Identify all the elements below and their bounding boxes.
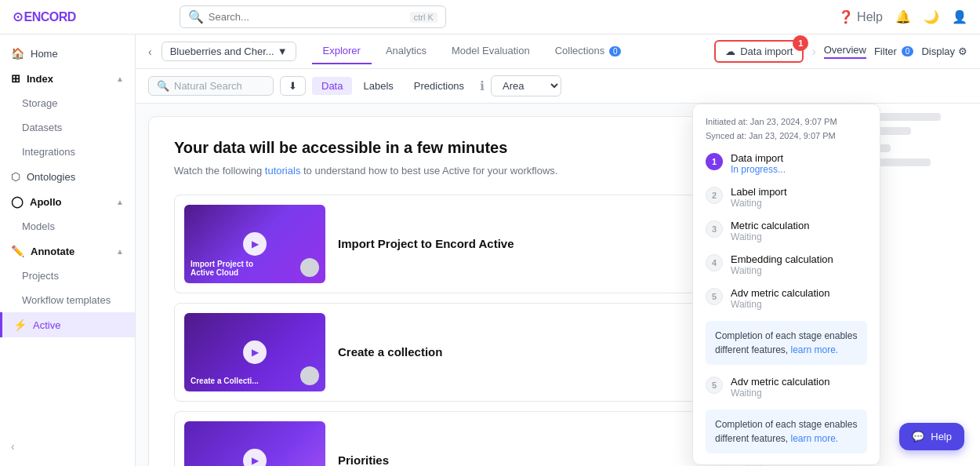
step-2-number: 2 — [706, 187, 723, 204]
sidebar-item-datasets[interactable]: Datasets — [0, 115, 135, 140]
video-play-import[interactable]: ▶ — [243, 232, 267, 256]
sidebar-apollo-label: Apollo — [30, 196, 61, 208]
learn-more-link-2[interactable]: learn more. — [791, 433, 839, 444]
explorer-panel: Your data will be accessible in a few mi… — [136, 104, 760, 466]
info-icon[interactable]: ℹ — [480, 78, 485, 93]
step-2-status: Waiting — [731, 198, 867, 209]
video-avatar-collection — [300, 366, 319, 385]
sidebar-integrations-label: Integrations — [22, 146, 75, 158]
sidebar-item-storage[interactable]: Storage — [0, 91, 135, 115]
filter-tab-predictions[interactable]: Predictions — [405, 77, 474, 95]
project-selector-chevron-icon: ▼ — [278, 46, 288, 57]
help-link[interactable]: ❓ Help — [838, 9, 883, 24]
tutorials-link[interactable]: tutorials — [265, 165, 301, 177]
overview-button[interactable]: Overview — [824, 44, 866, 59]
user-avatar-icon[interactable]: 👤 — [952, 9, 967, 24]
tab-explorer[interactable]: Explorer — [312, 38, 372, 64]
video-title-import: Import Project to Encord Active — [338, 237, 514, 250]
theme-toggle-icon[interactable]: 🌙 — [924, 9, 939, 24]
sidebar-section-index[interactable]: ⊞ Index ▲ — [0, 66, 135, 91]
video-card-import[interactable]: Import Project toActive Cloud ▶ Import P… — [174, 195, 722, 293]
search-bar[interactable]: 🔍 ctrl K — [180, 5, 446, 28]
search-input[interactable] — [209, 11, 405, 23]
help-button[interactable]: 💬 Help — [899, 423, 964, 450]
video-play-priorities[interactable]: ▶ — [243, 449, 267, 467]
area-select[interactable]: Area — [491, 75, 561, 96]
header-more-icon[interactable]: › — [811, 45, 815, 59]
step-5b-title: Adv metric calculation — [731, 376, 867, 388]
notification-badge: 1 — [793, 35, 808, 51]
synced-at: Synced at: Jan 23, 2024, 9:07 PM — [706, 129, 867, 144]
step-5b-number: 5 — [706, 377, 723, 394]
step-4-title: Embedding calculation — [731, 253, 867, 265]
sidebar-collapse-icon[interactable]: ‹ — [11, 440, 15, 453]
filter-button[interactable]: Filter 0 — [874, 46, 913, 57]
tab-analytics[interactable]: Analytics — [375, 38, 437, 64]
step-4-number: 4 — [706, 254, 723, 271]
step-5b: 5 Adv metric calculation Waiting — [706, 376, 867, 399]
sidebar-item-active[interactable]: ⚡ Active — [0, 312, 135, 337]
apollo-icon: ◯ — [11, 195, 24, 208]
step-2-title: Label import — [731, 186, 867, 198]
project-name: Blueberries and Cher... — [170, 46, 274, 57]
sidebar: 🏠 Home ⊞ Index ▲ Storage Datasets Integr… — [0, 35, 136, 466]
sidebar-item-home[interactable]: 🏠 Home — [0, 41, 135, 66]
tab-collections[interactable]: Collections 0 — [544, 38, 633, 64]
project-selector[interactable]: Blueberries and Cher... ▼ — [162, 42, 296, 61]
step-1-number: 1 — [706, 153, 723, 170]
step-3: 3 Metric calculation Waiting — [706, 220, 867, 242]
display-button[interactable]: Display ⚙ — [921, 46, 967, 57]
video-label-import: Import Project toActive Cloud — [191, 260, 253, 277]
sidebar-models-label: Models — [22, 220, 55, 232]
step-1-info: Data import In progress... — [731, 152, 867, 175]
sidebar-item-workflow-templates[interactable]: Workflow templates — [0, 288, 135, 312]
welcome-title: Your data will be accessible in a few mi… — [174, 139, 722, 157]
sidebar-item-ontologies[interactable]: ⬡ Ontologies — [0, 164, 135, 189]
sidebar-item-integrations[interactable]: Integrations — [0, 140, 135, 164]
video-info-collection: Create a collection — [338, 345, 442, 359]
video-thumb-import: Import Project toActive Cloud ▶ — [184, 205, 325, 283]
natural-search-input[interactable]: 🔍 Natural Search — [148, 76, 274, 96]
apollo-collapse-icon: ▲ — [116, 198, 124, 206]
annotate-icon: ✏️ — [11, 245, 24, 257]
display-settings-icon: ⚙ — [958, 46, 967, 57]
learn-more-link-1[interactable]: learn more. — [791, 344, 839, 355]
step-1: 1 Data import In progress... — [706, 152, 867, 175]
video-play-collection[interactable]: ▶ — [243, 340, 267, 364]
search-small-icon: 🔍 — [157, 80, 169, 92]
welcome-card: Your data will be accessible in a few mi… — [148, 116, 748, 466]
video-card-collection[interactable]: Create a Collecti... ▶ Create a collecti… — [174, 303, 722, 402]
index-collapse-icon: ▲ — [116, 75, 124, 83]
tab-model-evaluation[interactable]: Model Evaluation — [441, 38, 541, 64]
video-label-collection: Create a Collecti... — [191, 377, 259, 385]
sidebar-section-apollo[interactable]: ◯ Apollo ▲ — [0, 189, 135, 214]
back-button[interactable]: ‹ — [148, 46, 152, 58]
navbar: ⊙ ENCORD 🔍 ctrl K ❓ Help 🔔 🌙 👤 — [0, 0, 980, 35]
sidebar-item-models[interactable]: Models — [0, 214, 135, 238]
step-2: 2 Label import Waiting — [706, 186, 867, 209]
content-header: ‹ Blueberries and Cher... ▼ Explorer Ana… — [136, 35, 980, 69]
sidebar-projects-label: Projects — [22, 270, 59, 282]
sidebar-annotate-label: Annotate — [31, 246, 74, 257]
video-thumb-priorities: Priorities ▶ — [184, 421, 325, 467]
natural-search-placeholder: Natural Search — [174, 80, 242, 92]
logo: ⊙ ENCORD — [13, 9, 76, 24]
sidebar-item-projects[interactable]: Projects — [0, 264, 135, 288]
step-5-info: Adv metric calculation Waiting — [731, 287, 867, 310]
download-button[interactable]: ⬇ — [280, 76, 306, 96]
step-5-number: 5 — [706, 288, 723, 305]
sidebar-index-label: Index — [27, 73, 53, 85]
notification-bell-icon[interactable]: 🔔 — [895, 9, 911, 24]
video-card-priorities[interactable]: Priorities ▶ Priorities — [174, 411, 722, 467]
sidebar-workflow-templates-label: Workflow templates — [22, 294, 111, 306]
content-area: ‹ Blueberries and Cher... ▼ Explorer Ana… — [136, 35, 980, 466]
sidebar-section-annotate[interactable]: ✏️ Annotate ▲ — [0, 238, 135, 264]
filter-tabs: Data Labels Predictions — [312, 77, 474, 95]
filter-tab-labels[interactable]: Labels — [354, 77, 402, 95]
completion-note-2: Completion of each stage enables differe… — [706, 410, 867, 453]
welcome-desc: Watch the following tutorials to underst… — [174, 163, 722, 179]
search-shortcut: ctrl K — [410, 12, 437, 23]
data-import-dropdown: Initiated at: Jan 23, 2024, 9:07 PM Sync… — [692, 104, 880, 465]
data-import-button[interactable]: 1 ☁ Data import — [714, 40, 804, 63]
filter-tab-data[interactable]: Data — [312, 77, 352, 95]
